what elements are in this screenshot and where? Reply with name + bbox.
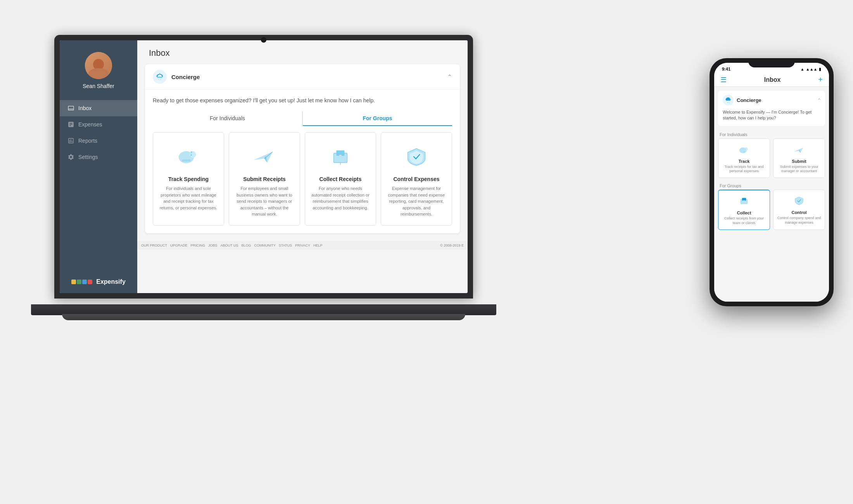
phone-shield-icon xyxy=(793,195,806,206)
collect-title: Collect Receipts xyxy=(319,176,362,182)
track-spending-icon-area xyxy=(173,140,204,171)
option-submit-receipts[interactable]: Submit Receipts For employees and small … xyxy=(229,132,300,226)
user-name: Sean Shaffer xyxy=(83,83,114,89)
laptop-base xyxy=(31,304,496,315)
phone-card-control[interactable]: Control Control company spend and manage… xyxy=(773,190,825,230)
phone-collect-desc: Collect receipts from your team or clien… xyxy=(722,216,767,225)
option-control-expenses[interactable]: Control Expenses Expense management for … xyxy=(381,132,452,226)
phone-concierge-name: Concierge xyxy=(737,97,761,103)
phone-collect-icon-area xyxy=(737,194,751,208)
sidebar-item-inbox[interactable]: Inbox xyxy=(60,100,137,116)
concierge-avatar xyxy=(153,70,167,84)
svg-point-15 xyxy=(744,147,748,150)
phone-screen: 9:41 ▲ ▲▲▲ ▮ ☰ Inbox + xyxy=(714,63,829,302)
phone-groups-cards: Collect Collect receipts from your team … xyxy=(718,190,825,230)
option-collect-receipts[interactable]: Collect Receipts For anyone who needs au… xyxy=(305,132,376,226)
footer-link-privacy[interactable]: PRIVACY xyxy=(295,243,310,247)
phone-submit-desc: Submit expenses to your manager or accou… xyxy=(777,165,822,174)
track-title: Track Spending xyxy=(168,176,209,182)
footer-link-jobs[interactable]: JOBS xyxy=(208,243,218,247)
footer-link-help[interactable]: HELP xyxy=(313,243,323,247)
footer-link-about[interactable]: ABOUT US xyxy=(221,243,238,247)
phone-concierge-msg: Welcome to Expensify — I'm Concierge! To… xyxy=(718,109,825,126)
sidebar-item-settings[interactable]: Settings xyxy=(60,149,137,165)
svg-point-17 xyxy=(745,149,746,149)
sidebar-item-expenses[interactable]: Expenses xyxy=(60,116,137,133)
phone-control-desc: Control company spend and manage expense… xyxy=(777,216,822,225)
sidebar-item-reports[interactable]: Reports xyxy=(60,133,137,149)
tabs-row: For Individuals For Groups xyxy=(153,111,452,126)
footer-links: OUR PRODUCT UPGRADE PRICING JOBS ABOUT U… xyxy=(141,243,322,247)
phone-card-track[interactable]: Track Track receipts for tax and persona… xyxy=(718,138,770,178)
phone: 9:41 ▲ ▲▲▲ ▮ ☰ Inbox + xyxy=(710,58,834,306)
laptop: Sean Shaffer Inbox Expenses xyxy=(31,12,496,477)
footer-link-pricing[interactable]: PRICING xyxy=(191,243,205,247)
add-icon[interactable]: + xyxy=(818,75,823,84)
signal-icon: ▲▲▲ xyxy=(806,67,817,71)
phone-concierge-avatar xyxy=(723,95,734,105)
paper-plane-icon xyxy=(251,142,278,169)
main-content: Inbox Concierg xyxy=(137,40,468,293)
svg-point-1 xyxy=(190,151,196,158)
laptop-footer: OUR PRODUCT UPGRADE PRICING JOBS ABOUT U… xyxy=(137,241,468,250)
hamburger-icon[interactable]: ☰ xyxy=(720,76,727,84)
svg-rect-21 xyxy=(742,198,746,201)
phone-control-icon-area xyxy=(792,194,806,208)
svg-rect-22 xyxy=(744,200,745,201)
footer-link-community[interactable]: COMMUNITY xyxy=(254,243,276,247)
submit-receipts-icon-area xyxy=(249,140,280,171)
control-expenses-icon-area xyxy=(401,140,432,171)
laptop-base-bottom xyxy=(62,314,465,320)
concierge-icon xyxy=(156,73,164,81)
phone-chevron-up-icon[interactable]: ^ xyxy=(818,97,820,103)
expenses-label: Expenses xyxy=(78,121,102,128)
avatar-image xyxy=(85,52,112,79)
laptop-screen: Sean Shaffer Inbox Expenses xyxy=(60,40,468,293)
submit-title: Submit Receipts xyxy=(243,176,286,182)
phone-header: ☰ Inbox + xyxy=(714,73,829,87)
svg-rect-6 xyxy=(191,151,192,154)
wifi-icon: ▲ xyxy=(800,67,804,71)
phone-mailbox-icon xyxy=(737,196,751,207)
concierge-header: Concierge ⌃ xyxy=(145,64,460,90)
phone-status-icons: ▲ ▲▲▲ ▮ xyxy=(800,67,821,71)
expenses-icon xyxy=(67,121,74,128)
page-header: Inbox xyxy=(137,40,468,64)
phone-plane-icon xyxy=(793,144,806,155)
sidebar-logo: Expensify xyxy=(64,271,133,293)
collect-desc: For anyone who needs automated receipt c… xyxy=(311,185,370,211)
mailbox-icon xyxy=(327,142,354,169)
inbox-icon xyxy=(67,105,74,112)
phone-track-title: Track xyxy=(722,159,767,164)
avatar xyxy=(85,52,112,79)
phone-concierge-header: Concierge ^ xyxy=(718,91,825,109)
footer-link-upgrade[interactable]: UPGRADE xyxy=(170,243,188,247)
phone-notch xyxy=(748,58,795,67)
concierge-left: Concierge xyxy=(153,70,200,84)
tab-individuals[interactable]: For Individuals xyxy=(153,111,302,126)
submit-desc: For employees and small business owners … xyxy=(235,185,294,217)
tab-groups[interactable]: For Groups xyxy=(303,111,452,126)
control-desc: Expense management for companies that ne… xyxy=(387,185,445,217)
logo-text: Expensify xyxy=(96,278,126,285)
control-title: Control Expenses xyxy=(393,176,439,182)
shield-icon xyxy=(403,142,430,169)
concierge-message: Ready to get those expenses organized? I… xyxy=(153,97,452,104)
phone-card-submit[interactable]: Submit Submit expenses to your manager o… xyxy=(773,138,825,178)
phone-header-title: Inbox xyxy=(764,76,781,83)
footer-link-blog[interactable]: BLOG xyxy=(241,243,251,247)
chevron-up-icon[interactable]: ⌃ xyxy=(447,73,452,81)
main-inner: Concierge ⌃ Ready to get those expenses … xyxy=(137,64,468,241)
footer-link-status[interactable]: STATUS xyxy=(279,243,292,247)
laptop-body: Sean Shaffer Inbox Expenses xyxy=(54,35,473,299)
settings-label: Settings xyxy=(78,154,98,160)
concierge-name: Concierge xyxy=(171,74,200,80)
logo-box-dollar xyxy=(77,280,81,284)
phone-track-icon-area xyxy=(737,143,751,157)
piggy-bank-icon xyxy=(175,142,202,169)
footer-link-product[interactable]: OUR PRODUCT xyxy=(141,243,167,247)
option-track-spending[interactable]: Track Spending For individuals and sole … xyxy=(153,132,224,226)
footer-copyright: © 2008-2019 E xyxy=(440,243,464,247)
phone-card-collect[interactable]: Collect Collect receipts from your team … xyxy=(718,190,770,230)
phone-body: Concierge ^ Welcome to Expensify — I'm C… xyxy=(714,87,829,302)
